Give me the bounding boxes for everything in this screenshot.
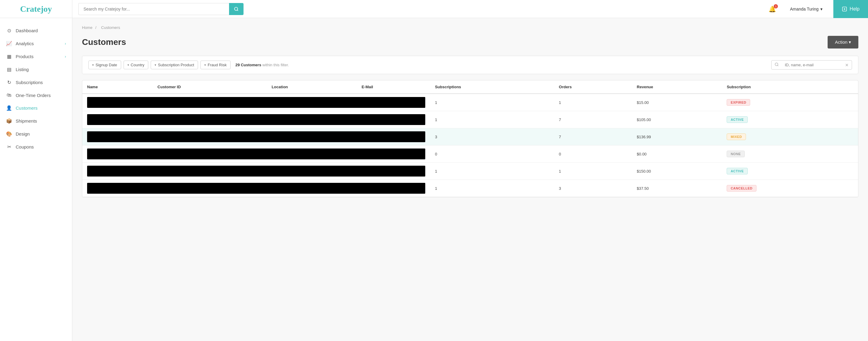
- table-row[interactable]: 00$0.00NONE: [82, 145, 858, 163]
- filter-fraud-risk[interactable]: ▾ Fraud Risk: [200, 61, 230, 69]
- sidebar-label-products: Products: [16, 54, 33, 59]
- redacted-block: [87, 114, 425, 125]
- customer-search-input[interactable]: [782, 61, 842, 69]
- breadcrumb-current: Customers: [101, 25, 120, 30]
- search-input[interactable]: [79, 3, 229, 15]
- table-row[interactable]: 11$15.00EXPIRED: [82, 94, 858, 111]
- table-row[interactable]: 11$150.00ACTIVE: [82, 163, 858, 180]
- status-badge: ACTIVE: [727, 168, 747, 174]
- cell-revenue: $37.50: [632, 180, 722, 197]
- sidebar-label-coupons: Coupons: [16, 144, 34, 149]
- sidebar-item-design[interactable]: 🎨 Design: [0, 128, 72, 140]
- cell-subscriptions: 0: [430, 145, 554, 163]
- search-button[interactable]: [229, 3, 244, 15]
- cell-status: NONE: [722, 145, 858, 163]
- redacted-cell: [82, 180, 430, 197]
- cell-orders: 7: [554, 128, 632, 145]
- subscriptions-icon: ↻: [6, 79, 12, 85]
- page-header: Customers Action ▾: [82, 36, 858, 48]
- analytics-chevron-icon: ›: [65, 41, 66, 46]
- sidebar-item-listing[interactable]: ▤ Listing: [0, 63, 72, 76]
- filter-count-sub: within this filter.: [262, 63, 289, 67]
- status-badge: EXPIRED: [727, 99, 750, 106]
- filter-country[interactable]: ▾ Country: [124, 61, 149, 69]
- main-content: Home / Customers Customers Action ▾ ▾ Si…: [72, 18, 868, 341]
- redacted-block: [87, 166, 425, 176]
- table-row[interactable]: 13$37.50CANCELLED: [82, 180, 858, 197]
- sidebar-label-shipments: Shipments: [16, 118, 37, 124]
- app-logo: Cratejoy: [20, 4, 52, 14]
- filter-arrow-icon: ▾: [155, 63, 156, 67]
- redacted-cell: [82, 94, 430, 111]
- sidebar-label-analytics: Analytics: [16, 41, 34, 46]
- sidebar-item-one-time-orders[interactable]: 🛍 One-Time Orders: [0, 89, 72, 102]
- dashboard-icon: ⊙: [6, 28, 12, 33]
- cell-subscriptions: 1: [430, 180, 554, 197]
- cell-orders: 1: [554, 163, 632, 180]
- sidebar-item-coupons[interactable]: ✂ Coupons: [0, 140, 72, 153]
- customers-table: Name Customer ID Location E-Mail Subscri…: [82, 80, 858, 197]
- cell-orders: 0: [554, 145, 632, 163]
- table-row[interactable]: 37$136.99MIXED: [82, 128, 858, 145]
- user-chevron-icon: ▾: [820, 7, 823, 11]
- analytics-icon: 📈: [6, 41, 12, 46]
- sidebar-item-analytics[interactable]: 📈 Analytics ›: [0, 37, 72, 50]
- filter-search-icon: [772, 61, 782, 69]
- col-name: Name: [82, 80, 153, 94]
- cell-orders: 7: [554, 111, 632, 128]
- sidebar-item-products[interactable]: ▦ Products ›: [0, 50, 72, 63]
- col-orders: Orders: [554, 80, 632, 94]
- sidebar-item-subscriptions[interactable]: ↻ Subscriptions: [0, 76, 72, 89]
- sidebar-item-customers[interactable]: 👤 Customers: [0, 102, 72, 114]
- col-customer-id: Customer ID: [153, 80, 267, 94]
- notification-badge: 1: [774, 4, 778, 8]
- breadcrumb: Home / Customers: [82, 25, 858, 30]
- action-button[interactable]: Action ▾: [828, 36, 858, 48]
- filter-arrow-icon: ▾: [127, 63, 129, 67]
- customers-icon: 👤: [6, 105, 12, 111]
- listing-icon: ▤: [6, 67, 12, 72]
- topnav-right: 🔔 1 Amanda Turing ▾ Help: [766, 0, 868, 18]
- products-chevron-icon: ›: [65, 55, 66, 59]
- filters-bar: ▾ Signup Date ▾ Country ▾ Subscription P…: [82, 56, 858, 74]
- user-name: Amanda Turing: [790, 7, 818, 11]
- main-layout: ⊙ Dashboard 📈 Analytics › ▦ Products › ▤…: [0, 18, 868, 341]
- cell-status: CANCELLED: [722, 180, 858, 197]
- redacted-block: [87, 131, 425, 142]
- coupons-icon: ✂: [6, 144, 12, 150]
- status-badge: ACTIVE: [727, 116, 747, 123]
- breadcrumb-separator: /: [95, 25, 96, 30]
- table-row[interactable]: 17$105.00ACTIVE: [82, 111, 858, 128]
- page-title: Customers: [82, 37, 126, 47]
- sidebar-label-subscriptions: Subscriptions: [16, 80, 43, 85]
- cell-orders: 1: [554, 94, 632, 111]
- cell-orders: 3: [554, 180, 632, 197]
- sidebar-item-dashboard[interactable]: ⊙ Dashboard: [0, 24, 72, 37]
- sidebar-item-shipments[interactable]: 📦 Shipments: [0, 114, 72, 128]
- filter-subscription-product[interactable]: ▾ Subscription Product: [151, 61, 198, 69]
- cell-status: ACTIVE: [722, 163, 858, 180]
- cell-revenue: $15.00: [632, 94, 722, 111]
- table-header: Name Customer ID Location E-Mail Subscri…: [82, 80, 858, 94]
- cell-subscriptions: 1: [430, 163, 554, 180]
- help-icon: [842, 6, 847, 12]
- top-navigation: Cratejoy 🔔 1 Amanda Turing ▾ Help: [0, 0, 868, 18]
- svg-line-4: [778, 65, 778, 66]
- status-badge: NONE: [727, 150, 745, 157]
- help-button[interactable]: Help: [833, 0, 868, 18]
- search-icon: [234, 7, 239, 11]
- filter-signup-date[interactable]: ▾ Signup Date: [88, 61, 121, 69]
- filter-arrow-icon: ▾: [204, 63, 206, 67]
- notifications-button[interactable]: 🔔 1: [766, 5, 779, 13]
- svg-point-3: [775, 63, 778, 66]
- breadcrumb-home[interactable]: Home: [82, 25, 93, 30]
- logo-area: Cratejoy: [0, 0, 72, 18]
- redacted-cell: [82, 111, 430, 128]
- cell-status: ACTIVE: [722, 111, 858, 128]
- user-menu[interactable]: Amanda Turing ▾: [784, 7, 829, 11]
- search-area: [72, 0, 766, 18]
- redacted-block: [87, 183, 425, 194]
- cell-subscriptions: 1: [430, 94, 554, 111]
- filter-search-clear-icon[interactable]: ✕: [842, 61, 852, 69]
- shipments-icon: 📦: [6, 118, 12, 124]
